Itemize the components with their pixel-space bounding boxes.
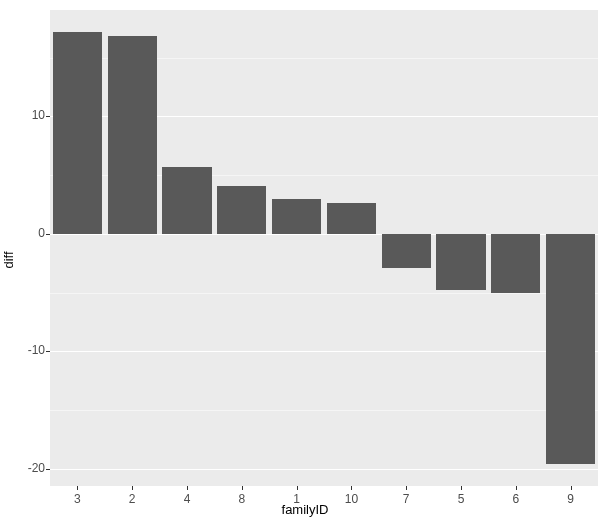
x-tick-mark: [406, 486, 407, 490]
bar: [382, 234, 431, 268]
bar: [491, 234, 540, 293]
bar: [546, 234, 595, 464]
x-tick-mark: [132, 486, 133, 490]
y-tick-label: 0: [5, 226, 45, 240]
bar: [327, 203, 376, 234]
x-tick-mark: [461, 486, 462, 490]
plot-panel: [50, 10, 598, 486]
y-tick-mark: [46, 234, 50, 235]
y-tick-mark: [46, 469, 50, 470]
x-tick-label: 8: [227, 492, 257, 506]
bar: [436, 234, 485, 290]
x-tick-mark: [516, 486, 517, 490]
x-tick-label: 6: [501, 492, 531, 506]
gridline-major: [50, 469, 598, 470]
y-axis-label: diff: [1, 251, 16, 268]
bar: [108, 36, 157, 234]
y-tick-label: -20: [5, 461, 45, 475]
x-tick-mark: [351, 486, 352, 490]
gridline-major: [50, 351, 598, 352]
x-tick-mark: [77, 486, 78, 490]
y-tick-label: -10: [5, 343, 45, 357]
bar: [53, 32, 102, 234]
x-tick-label: 1: [282, 492, 312, 506]
bar-chart: diff familyID -20-10010 32481107569: [0, 0, 610, 519]
x-tick-mark: [297, 486, 298, 490]
x-tick-mark: [242, 486, 243, 490]
gridline-minor: [50, 293, 598, 294]
x-tick-label: 7: [391, 492, 421, 506]
x-tick-label: 3: [62, 492, 92, 506]
x-tick-label: 10: [336, 492, 366, 506]
y-tick-mark: [46, 116, 50, 117]
x-tick-label: 9: [556, 492, 586, 506]
y-tick-label: 10: [5, 108, 45, 122]
x-tick-label: 5: [446, 492, 476, 506]
bar: [272, 199, 321, 234]
bar: [217, 186, 266, 234]
x-tick-mark: [187, 486, 188, 490]
x-tick-mark: [571, 486, 572, 490]
x-tick-label: 4: [172, 492, 202, 506]
gridline-minor: [50, 410, 598, 411]
x-tick-label: 2: [117, 492, 147, 506]
bar: [162, 167, 211, 234]
y-tick-mark: [46, 351, 50, 352]
